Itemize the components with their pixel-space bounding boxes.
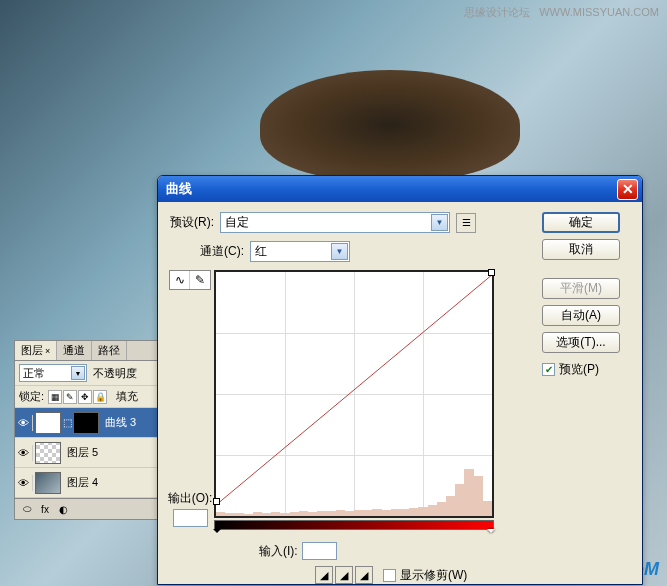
layer-name: 曲线 3 [105,415,136,430]
lock-all-icon[interactable]: 🔒 [93,390,107,404]
curves-dialog: 曲线 ✕ 预设(R): 自定 ▼ ☰ 通道(C): 红 ▼ [157,175,643,585]
layer-list: 👁 〰 ⬚ 曲线 3 👁 图层 5 👁 图层 4 [15,408,157,498]
blend-row: 正常 ▼ 不透明度 [15,361,157,386]
opacity-label: 不透明度 [93,366,137,381]
curve-handle[interactable] [488,269,495,276]
cancel-button[interactable]: 取消 [542,239,620,260]
panel-footer: ⬭ fx ◐ [15,498,157,519]
layer-item[interactable]: 👁 图层 5 [15,438,157,468]
watermark-top: 思缘设计论坛 WWW.MISSYUAN.COM [458,4,659,20]
layer-thumb[interactable] [35,442,61,464]
eyedropper-black-icon[interactable]: ◢ [315,566,333,584]
lock-label: 锁定: [19,389,44,404]
lock-pixels-icon[interactable]: ✎ [63,390,77,404]
layer-thumb[interactable] [35,472,61,494]
tab-paths[interactable]: 路径 [92,341,127,360]
adjustment-thumb[interactable]: 〰 [35,412,61,434]
curve-pencil-tool[interactable]: ✎ [190,271,210,289]
watermark-url: WWW.MISSYUAN.COM [539,6,659,18]
layers-panel: 图层× 通道 路径 正常 ▼ 不透明度 锁定: ▦ ✎ ✥ 🔒 填充 👁 〰 ⬚… [14,340,158,520]
input-gradient[interactable] [214,520,494,530]
input-field[interactable] [302,542,337,560]
layer-item[interactable]: 👁 图层 4 [15,468,157,498]
chevron-down-icon: ▼ [431,214,448,231]
layer-name: 图层 5 [67,445,98,460]
mask-thumb[interactable] [73,412,99,434]
eyedropper-gray-icon[interactable]: ◢ [335,566,353,584]
chevron-down-icon: ▼ [71,366,85,380]
white-point-slider[interactable] [487,529,495,537]
black-point-slider[interactable] [213,529,221,537]
lock-transparent-icon[interactable]: ▦ [48,390,62,404]
show-clipping-label: 显示修剪(W) [400,567,467,584]
curve-line [216,272,492,516]
svg-line-0 [216,274,492,505]
preview-checkbox[interactable]: ✔ [542,363,555,376]
ok-button[interactable]: 确定 [542,212,620,233]
channel-label: 通道(C): [200,243,244,260]
dialog-title: 曲线 [166,180,617,198]
curves-graph[interactable] [214,270,494,518]
preset-menu-icon[interactable]: ☰ [456,213,476,233]
chevron-down-icon: ▼ [331,243,348,260]
lock-position-icon[interactable]: ✥ [78,390,92,404]
output-label: 输出(O): [168,490,213,507]
layer-name: 图层 4 [67,475,98,490]
visibility-icon[interactable]: 👁 [17,415,33,431]
fx-icon[interactable]: fx [37,502,53,516]
preview-label: 预览(P) [559,361,599,378]
input-label: 输入(I): [259,543,298,560]
output-field[interactable] [173,509,208,527]
visibility-icon[interactable]: 👁 [17,445,33,461]
lock-row: 锁定: ▦ ✎ ✥ 🔒 填充 [15,386,157,408]
mask-icon[interactable]: ◐ [55,502,71,516]
link-icon: ⬚ [63,412,71,434]
preset-label: 预设(R): [170,214,214,231]
panel-tabs: 图层× 通道 路径 [15,341,157,361]
curve-handle[interactable] [213,498,220,505]
tab-channels[interactable]: 通道 [57,341,92,360]
visibility-icon[interactable]: 👁 [17,475,33,491]
blend-mode-select[interactable]: 正常 ▼ [19,364,87,382]
options-button[interactable]: 选项(T)... [542,332,620,353]
show-clipping-checkbox[interactable] [383,569,396,582]
link-layers-icon[interactable]: ⬭ [19,502,35,516]
eyedropper-white-icon[interactable]: ◢ [355,566,373,584]
titlebar[interactable]: 曲线 ✕ [158,176,642,202]
watermark-text: 思缘设计论坛 [464,6,530,18]
auto-button[interactable]: 自动(A) [542,305,620,326]
preset-select[interactable]: 自定 ▼ [220,212,450,233]
fill-label: 填充 [116,389,138,404]
close-button[interactable]: ✕ [617,179,638,200]
layer-item[interactable]: 👁 〰 ⬚ 曲线 3 [15,408,157,438]
channel-select[interactable]: 红 ▼ [250,241,350,262]
curve-point-tool[interactable]: ∿ [170,271,190,289]
tab-layers[interactable]: 图层× [15,341,57,360]
smooth-button[interactable]: 平滑(M) [542,278,620,299]
